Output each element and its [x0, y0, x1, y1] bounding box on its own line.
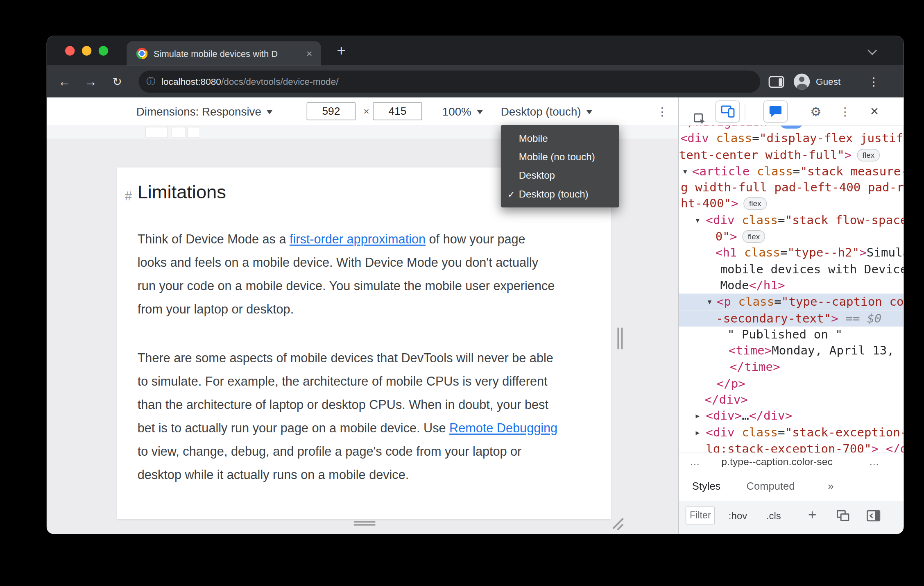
- device-toolbar-menu-button[interactable]: ⋮: [655, 98, 669, 126]
- hyperlink[interactable]: first-order approximation: [290, 232, 426, 246]
- tab-search-chevron-icon[interactable]: [867, 45, 879, 57]
- device-toolbar-toggle[interactable]: [716, 100, 740, 123]
- resize-handle-corner[interactable]: [617, 524, 623, 530]
- profile-avatar[interactable]: [794, 73, 810, 89]
- expanded-arrow-icon[interactable]: ▾: [708, 294, 712, 310]
- code-val: lg:stack-exception-700": [706, 441, 871, 453]
- elements-tree-row[interactable]: </navigation>flex: [679, 125, 904, 130]
- text-line: desktop while it actually runs on a mobi…: [138, 463, 589, 486]
- heading-anchor-hash[interactable]: #: [125, 189, 132, 203]
- elements-tree-row[interactable]: -secondary-text"> == $0: [679, 310, 904, 327]
- collapsed-arrow-icon[interactable]: ▸: [696, 408, 700, 425]
- resize-handle-right[interactable]: [621, 328, 623, 350]
- elements-tree-row[interactable]: g width-full pad-left-400 pad-rig: [679, 179, 904, 196]
- code-val: "type--caption color: [781, 294, 904, 309]
- rendering-icon[interactable]: [837, 510, 849, 522]
- computed-sidebar-toggle-icon[interactable]: [867, 510, 881, 522]
- close-window-button[interactable]: [65, 46, 75, 55]
- elements-tree-row[interactable]: mobile devices with Device: [679, 261, 904, 277]
- viewport-width-input[interactable]: [307, 102, 356, 120]
- code-badge[interactable]: flex: [857, 149, 880, 161]
- code-tag: </time>: [730, 360, 780, 374]
- menu-item-desktop[interactable]: Desktop: [501, 166, 619, 185]
- dimensions-dropdown[interactable]: Dimensions: Responsive: [136, 98, 273, 126]
- elements-tree-row[interactable]: </p>: [679, 375, 904, 392]
- hyperlink[interactable]: Remote Debugging: [449, 421, 557, 435]
- settings-gear-icon[interactable]: ⚙: [808, 98, 824, 126]
- elements-tree-row[interactable]: " Published on ": [679, 327, 904, 343]
- styles-filter-input[interactable]: [686, 507, 715, 525]
- minimize-window-button[interactable]: [82, 46, 91, 55]
- fullscreen-window-button[interactable]: [99, 46, 108, 55]
- tab-computed[interactable]: Computed: [747, 471, 795, 501]
- menu-item-desktop-touch[interactable]: ✓Desktop (touch): [501, 185, 619, 203]
- address-bar[interactable]: ⓘ localhost:8080/docs/devtools/device-mo…: [139, 70, 761, 93]
- code-tag: <div: [706, 213, 734, 227]
- collapsed-arrow-icon[interactable]: ▸: [696, 425, 700, 441]
- elements-tree-row[interactable]: ▾<article class="stack measure-lon: [679, 163, 904, 179]
- code-attr: class: [738, 294, 774, 309]
- viewport-height-input[interactable]: [373, 102, 422, 120]
- elements-tree-row[interactable]: lg:stack-exception-700"> </div>: [679, 441, 904, 452]
- elements-tree-row[interactable]: </time>: [679, 359, 904, 375]
- code-plain: [731, 294, 738, 309]
- close-devtools-button[interactable]: ×: [866, 98, 883, 126]
- caret-down-icon: [477, 110, 483, 114]
- elements-tree-row[interactable]: ▸<div>…</div>: [679, 408, 904, 425]
- rendered-page: # Limitations Think of Device Mode as a …: [117, 168, 611, 519]
- text-run: desktop while it actually runs on a mobi…: [138, 468, 409, 482]
- code-plain: =: [752, 131, 759, 145]
- site-info-icon[interactable]: ⓘ: [147, 76, 156, 87]
- code-badge[interactable]: flex: [743, 230, 765, 243]
- zoom-dropdown[interactable]: 100%: [442, 98, 483, 126]
- devtools-menu-button[interactable]: ⋮: [838, 98, 852, 126]
- browser-tab[interactable]: Simulate mobile devices with D ×: [127, 41, 321, 66]
- code-tag: </div>: [704, 392, 747, 407]
- elements-tree-row[interactable]: 0">flex: [679, 229, 904, 245]
- elements-tree-row[interactable]: ▸<div class="stack-exception-: [679, 425, 904, 441]
- tab-strip: Simulate mobile devices with D × +: [47, 36, 904, 66]
- breadcrumb-selected-crumb[interactable]: p.type--caption.color-sec: [721, 453, 833, 472]
- code-badge-active[interactable]: flex: [780, 125, 803, 128]
- toggle-element-state-button[interactable]: :hov: [729, 501, 747, 530]
- breadcrumb-overflow-right[interactable]: …: [869, 453, 879, 472]
- panel-tab[interactable]: [763, 100, 788, 123]
- elements-tree-row[interactable]: Mode</h1>: [679, 277, 904, 294]
- menu-item-mobile-no-touch[interactable]: Mobile (no touch): [501, 148, 619, 166]
- elements-tree-row[interactable]: ▾<p class="type--caption color: [679, 294, 904, 310]
- new-style-rule-button[interactable]: +: [804, 501, 821, 530]
- elements-tree-row[interactable]: <time>Monday, April 13,: [679, 343, 904, 359]
- code-attr: class: [742, 425, 778, 439]
- new-tab-button[interactable]: +: [332, 41, 350, 61]
- expanded-arrow-icon[interactable]: ▾: [683, 163, 687, 179]
- menu-item-mobile[interactable]: Mobile: [501, 129, 619, 148]
- resize-handle-right[interactable]: [617, 328, 619, 350]
- device-type-dropdown[interactable]: Desktop (touch): [501, 98, 592, 126]
- text-line: to view, change, debug, and profile a pa…: [138, 440, 589, 463]
- browser-menu-button[interactable]: ⋮: [867, 66, 881, 98]
- code-plain: " Published on ": [727, 327, 842, 341]
- back-button[interactable]: ←: [56, 66, 73, 98]
- elements-tree-row[interactable]: ▾<div class="stack flow-space-40: [679, 212, 904, 229]
- tab-styles[interactable]: Styles: [692, 471, 721, 501]
- element-classes-button[interactable]: .cls: [766, 501, 781, 530]
- code-plain: [737, 245, 744, 260]
- code-val: g width-full pad-left-400 pad-rig: [681, 180, 904, 195]
- resize-handle-bottom[interactable]: [354, 521, 376, 522]
- tab-title: Simulate mobile devices with D: [154, 41, 298, 66]
- side-panel-icon[interactable]: [769, 76, 784, 88]
- breadcrumb-overflow-left[interactable]: …: [690, 453, 700, 472]
- close-tab-icon[interactable]: ×: [302, 47, 316, 61]
- resize-handle-bottom[interactable]: [354, 524, 376, 525]
- forward-button[interactable]: →: [82, 66, 99, 98]
- more-tabs-icon[interactable]: »: [828, 471, 834, 501]
- elements-tree-row[interactable]: tent-center width-full">flex: [679, 147, 904, 163]
- code-badge[interactable]: flex: [744, 198, 767, 210]
- elements-tree-row[interactable]: ht-400">flex: [679, 196, 904, 212]
- elements-tree-row[interactable]: <div class="display-flex justify-con: [679, 131, 904, 147]
- text-line: There are some aspects of mobile devices…: [138, 346, 589, 370]
- elements-tree-row[interactable]: </div>: [679, 392, 904, 408]
- expanded-arrow-icon[interactable]: ▾: [696, 212, 700, 229]
- elements-tree-row[interactable]: <h1 class="type--h2">Simulate: [679, 245, 904, 261]
- reload-button[interactable]: ↻: [109, 66, 126, 98]
